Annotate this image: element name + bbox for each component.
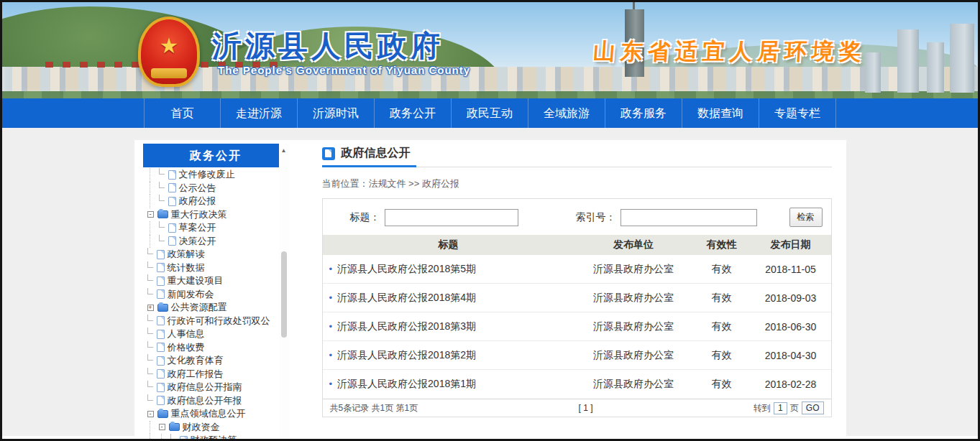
site-title: 沂源县人民政府 <box>212 27 444 66</box>
scrollbar-thumb[interactable] <box>281 251 287 338</box>
sidebar-tree-item[interactable]: 政府工作报告 <box>143 368 289 381</box>
nav-item[interactable]: 沂源时讯 <box>298 98 375 128</box>
section-divider <box>322 167 832 167</box>
index-search-label: 索引号： <box>576 211 616 224</box>
sidebar-tree-item[interactable]: 政府公报 <box>143 195 289 208</box>
tree-toggle-icon[interactable] <box>147 328 155 341</box>
table-row: •沂源县人民政府公报2018第3期 沂源县政府办公室 有效 2018-06-30 <box>323 312 831 341</box>
tree-toggle-icon[interactable] <box>170 434 178 439</box>
sidebar-tree-item[interactable]: 行政许可和行政处罚双公 <box>143 315 289 328</box>
tree-item-label: 重点领域信息公开 <box>171 407 246 420</box>
tree-toggle-icon[interactable] <box>147 288 155 302</box>
table-header-row: 标题 发布单位 有效性 发布日期 <box>323 235 831 255</box>
tree-toggle-icon[interactable] <box>159 195 166 208</box>
sidebar-tree-item[interactable]: 政府信息公开指南 <box>143 381 289 394</box>
sidebar-tree-item[interactable]: - 重点领域信息公开 <box>143 407 289 421</box>
tree-node-icon <box>157 369 165 379</box>
page-background: 政务公开 文件修改废止 公示公告 政府公报 <box>2 128 978 436</box>
tree-toggle-icon[interactable] <box>159 221 166 235</box>
bullet-icon: • <box>329 350 333 361</box>
tree-toggle-icon[interactable] <box>147 368 155 381</box>
sidebar-tree-item[interactable]: - 重大行政决策 <box>143 208 289 222</box>
publish-unit: 沂源县政府办公室 <box>574 320 693 333</box>
tree-node-icon <box>180 436 188 439</box>
index-search-input[interactable] <box>620 209 757 226</box>
header-title: 标题 <box>323 238 574 251</box>
emblem-star-icon: ★ <box>160 33 179 58</box>
tree-toggle-icon[interactable]: - <box>147 211 154 218</box>
sidebar-tree-item[interactable]: 价格收费 <box>143 341 289 355</box>
tree-node-icon <box>157 343 165 352</box>
bulletin-link[interactable]: •沂源县人民政府公报2018第3期 <box>323 320 574 333</box>
tree-toggle-icon[interactable]: - <box>147 411 154 417</box>
go-button[interactable]: GO <box>802 401 824 414</box>
tree-toggle-icon[interactable] <box>147 274 155 288</box>
nav-item[interactable]: 首页 <box>144 98 221 128</box>
award-slogan: 山东省适宜人居环境奖 <box>592 37 868 67</box>
sidebar-tree-item[interactable]: 财政预决算 <box>143 434 289 439</box>
tree-item-label: 人事信息 <box>168 328 205 340</box>
tree-toggle-icon[interactable] <box>159 168 166 182</box>
tree-node-icon <box>157 304 168 312</box>
bullet-icon: • <box>329 321 333 332</box>
bulletin-link[interactable]: •沂源县人民政府公报2018第1期 <box>323 378 574 391</box>
tree-item-label: 财政预决算 <box>191 434 237 439</box>
sidebar: 政务公开 文件修改废止 公示公告 政府公报 <box>143 144 289 439</box>
page-numbers[interactable]: [ 1 ] <box>418 403 754 413</box>
tree-indent <box>147 235 158 249</box>
tree-node-icon <box>168 223 176 233</box>
nav-item[interactable]: 政民互动 <box>452 98 528 128</box>
tree-item-label: 文化教育体育 <box>168 354 224 367</box>
search-bar: 标题： 索引号： 检索 <box>323 199 831 235</box>
goto-page-input[interactable] <box>774 402 787 414</box>
validity-status: 有效 <box>693 292 751 305</box>
scroll-up-icon[interactable]: ▲ <box>279 144 289 154</box>
sidebar-tree-item[interactable]: 政策解读 <box>143 248 289 261</box>
sidebar-tree-item[interactable]: 新闻发布会 <box>143 288 289 302</box>
nav-item[interactable]: 政务服务 <box>605 98 682 128</box>
sidebar-title: 政务公开 <box>143 144 289 167</box>
breadcrumb: 当前位置：法规文件 >> 政府公报 <box>322 177 832 190</box>
nav-item[interactable]: 走进沂源 <box>221 98 298 128</box>
tree-toggle-icon[interactable] <box>147 261 155 275</box>
sidebar-tree-item[interactable]: 统计数据 <box>143 261 289 275</box>
tree-toggle-icon[interactable] <box>147 248 155 261</box>
tree-item-label: 决策公开 <box>179 235 216 248</box>
sidebar-tree-item[interactable]: 公示公告 <box>143 182 289 195</box>
sidebar-tree-item[interactable]: 草案公开 <box>143 221 289 235</box>
tree-toggle-icon[interactable]: + <box>147 305 154 311</box>
bullet-icon: • <box>329 292 333 303</box>
table-row: •沂源县人民政府公报2018第5期 沂源县政府办公室 有效 2018-11-05 <box>323 255 831 284</box>
sidebar-tree-item[interactable]: + 公共资源配置 <box>143 301 289 315</box>
sidebar-scrollbar[interactable]: ▲ <box>279 144 289 439</box>
nav-item[interactable]: 数据查询 <box>682 98 759 128</box>
tree-toggle-icon[interactable] <box>147 354 155 368</box>
nav-item[interactable]: 专题专栏 <box>759 98 836 128</box>
tree-node-icon <box>157 410 168 418</box>
tree-toggle-icon[interactable] <box>159 235 166 249</box>
tree-toggle-icon[interactable]: - <box>159 424 165 430</box>
sidebar-tree-item[interactable]: 文件修改废止 <box>143 168 289 182</box>
nav-item[interactable]: 全域旅游 <box>528 98 605 128</box>
header-unit: 发布单位 <box>574 238 693 251</box>
bulletin-link[interactable]: •沂源县人民政府公报2018第4期 <box>323 292 574 305</box>
tree-toggle-icon[interactable] <box>147 394 155 408</box>
sidebar-tree-item[interactable]: 政府信息公开年报 <box>143 394 289 408</box>
tree-toggle-icon[interactable] <box>159 182 166 195</box>
sidebar-tree-item[interactable]: 决策公开 <box>143 235 289 249</box>
publish-date: 2018-09-03 <box>751 292 831 304</box>
nav-item[interactable]: 政务公开 <box>375 98 452 128</box>
bulletin-link[interactable]: •沂源县人民政府公报2018第2期 <box>323 349 574 362</box>
tree-toggle-icon[interactable] <box>147 381 155 394</box>
title-search-input[interactable] <box>385 209 518 226</box>
search-button[interactable]: 检索 <box>789 208 823 227</box>
tree-toggle-icon[interactable] <box>147 341 155 355</box>
tree-toggle-icon[interactable] <box>147 315 155 328</box>
tree-node-icon <box>157 277 165 286</box>
sidebar-tree-item[interactable]: 人事信息 <box>143 328 289 341</box>
bulletin-link[interactable]: •沂源县人民政府公报2018第5期 <box>323 263 574 276</box>
publish-unit: 沂源县政府办公室 <box>574 349 693 362</box>
sidebar-tree-item[interactable]: 重大建设项目 <box>143 274 289 288</box>
sidebar-tree-item[interactable]: - 财政资金 <box>143 421 289 435</box>
sidebar-tree-item[interactable]: 文化教育体育 <box>143 354 289 368</box>
